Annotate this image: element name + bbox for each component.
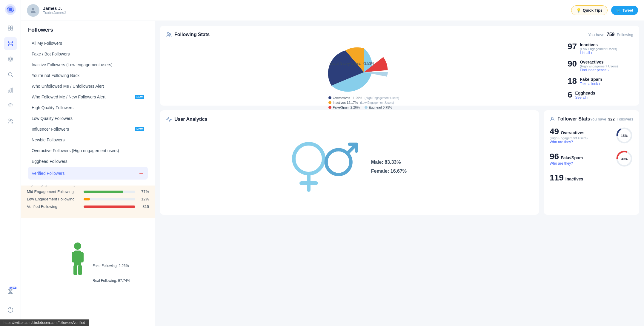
menu-item-influencer[interactable]: Influencer Followers NEW bbox=[28, 124, 148, 135]
sidebar-item-dashboard[interactable] bbox=[4, 21, 17, 35]
menu-item-egghead[interactable]: Egghead Followers bbox=[28, 156, 148, 167]
followers-menu-title: Followers bbox=[28, 27, 148, 33]
status-bar: https://twitter.com/circleboom.com/follo… bbox=[0, 319, 89, 326]
social-savvy-label: Social Savvy Users: 73.53% bbox=[329, 61, 374, 66]
follower-count-label: You have 322 Followers bbox=[590, 117, 633, 121]
sidebar-item-target[interactable] bbox=[4, 52, 17, 66]
svg-line-15 bbox=[11, 44, 12, 45]
user-analytics-title: User Analytics bbox=[166, 116, 208, 122]
tweet-button[interactable]: 🐦 Tweet bbox=[611, 6, 638, 15]
svg-rect-4 bbox=[10, 26, 13, 28]
sidebar-item-users[interactable] bbox=[4, 115, 17, 128]
header-user-info: James J. TraderJamesJ bbox=[43, 6, 66, 15]
engagement-row-verified: Verified Following 315 bbox=[27, 204, 149, 209]
svg-line-13 bbox=[11, 42, 12, 43]
svg-point-36 bbox=[170, 33, 171, 35]
svg-rect-6 bbox=[10, 28, 13, 30]
male-icon bbox=[323, 138, 359, 197]
following-stats-layout: Overactives 11.29% (High Engagement User… bbox=[166, 42, 633, 100]
sidebar-item-x[interactable]: 𝕏 NEW bbox=[4, 285, 17, 299]
engagement-row-low: Low Engagement Following 12% bbox=[27, 197, 149, 201]
female-label: Female: 16.67% bbox=[371, 169, 407, 174]
tweet-label: Tweet bbox=[623, 8, 633, 13]
followers-menu: Followers All My Followers Fake / Bot Fo… bbox=[21, 21, 155, 186]
following-count-label: You have 759 Following bbox=[588, 32, 633, 37]
take-a-look-link[interactable]: Take a look › bbox=[580, 82, 602, 86]
menu-item-newbie[interactable]: Newbie Followers bbox=[28, 135, 148, 145]
svg-point-25 bbox=[11, 120, 12, 121]
overactives-circle-chart: 15% bbox=[615, 126, 633, 144]
svg-point-35 bbox=[167, 33, 169, 35]
menu-item-who-unfollowed[interactable]: Who Unfollowed Me / Unfollowers Alert bbox=[28, 81, 148, 92]
svg-point-9 bbox=[12, 41, 13, 42]
followers-menu-panel: uality content/followers. bbox=[21, 21, 155, 326]
svg-text:15%: 15% bbox=[621, 134, 628, 137]
sidebar-item-delete[interactable] bbox=[4, 99, 17, 112]
sidebar-item-power[interactable] bbox=[4, 303, 17, 316]
menu-item-not-following-back[interactable]: You're not Following Back bbox=[28, 70, 148, 81]
person-figure bbox=[69, 242, 87, 278]
following-stats-icon bbox=[166, 32, 172, 38]
gender-icons bbox=[292, 138, 359, 198]
svg-rect-5 bbox=[8, 28, 10, 30]
new-tag-influencer: NEW bbox=[135, 127, 144, 131]
svg-rect-21 bbox=[8, 90, 9, 92]
find-inner-peace-link[interactable]: Find inner peace › bbox=[580, 68, 618, 72]
following-stats-header: Following Stats You have 759 Following bbox=[166, 32, 633, 38]
body-layout: uality content/followers. bbox=[21, 21, 644, 326]
bulb-icon: 💡 bbox=[576, 8, 581, 13]
svg-point-8 bbox=[8, 41, 9, 42]
sidebar-item-network[interactable] bbox=[4, 37, 17, 50]
svg-point-10 bbox=[8, 44, 9, 45]
overactives-link[interactable]: Who are they? bbox=[550, 140, 612, 144]
avatar bbox=[27, 4, 39, 17]
fake-following-overlay: Fake Following: 2.26% bbox=[93, 264, 129, 268]
sidebar-item-search[interactable] bbox=[4, 68, 17, 81]
list-all-link[interactable]: List all › bbox=[580, 51, 617, 55]
real-following-overlay: Real Following: 97.74% bbox=[93, 279, 130, 283]
analytics-icon bbox=[166, 116, 172, 122]
menu-item-low-quality[interactable]: Low Quality Followers bbox=[28, 113, 148, 124]
follower-stat-fakespam: 96 Fake/Spam Who are they? 30% bbox=[550, 150, 633, 168]
menu-item-inactive[interactable]: Inactive Followers (Low engagement users… bbox=[28, 59, 148, 70]
follower-stat-overactives: 49 Overactives (High Engagement Users) W… bbox=[550, 126, 633, 144]
svg-line-20 bbox=[11, 76, 13, 77]
svg-point-18 bbox=[10, 59, 11, 60]
male-label: Male: 83.33% bbox=[371, 160, 407, 165]
menu-item-all-followers[interactable]: All My Followers bbox=[28, 38, 148, 49]
arrow-indicator: ← bbox=[138, 170, 144, 177]
fakespam-link[interactable]: Who are they? bbox=[550, 161, 612, 166]
quick-tips-button[interactable]: 💡 Quick Tips bbox=[571, 5, 608, 15]
menu-item-overactive[interactable]: Overactive Followers (High engagement us… bbox=[28, 145, 148, 156]
menu-item-verified[interactable]: Verified Followers ← bbox=[28, 167, 148, 180]
svg-rect-23 bbox=[12, 88, 13, 92]
following-stats-title: Following Stats bbox=[166, 32, 210, 38]
fakespam-circle-chart: 30% bbox=[615, 150, 633, 168]
see-all-link[interactable]: See all › bbox=[575, 95, 595, 100]
svg-rect-3 bbox=[8, 26, 10, 28]
engagement-mid-label: Mid Engagement Following bbox=[27, 189, 81, 194]
twitter-icon: 🐦 bbox=[616, 8, 621, 13]
menu-item-who-followed[interactable]: Who Followed Me / New Followers Alert NE… bbox=[28, 92, 148, 102]
right-panel: Following Stats You have 759 Following bbox=[155, 21, 644, 326]
svg-text:30%: 30% bbox=[621, 157, 628, 161]
pie-chart-area: Overactives 11.29% (High Engagement User… bbox=[166, 42, 562, 100]
app-logo bbox=[4, 4, 16, 16]
sidebar-item-analytics[interactable] bbox=[4, 84, 17, 97]
menu-item-high-quality[interactable]: High Quality Followers bbox=[28, 102, 148, 113]
svg-rect-22 bbox=[10, 89, 11, 92]
stat-inactives: 97 Inactives (Low Engagement Users) List… bbox=[568, 42, 633, 55]
follower-stat-inactives: 119 Inactives bbox=[550, 173, 633, 183]
main-content: James J. TraderJamesJ 💡 Quick Tips 🐦 Twe… bbox=[21, 0, 644, 326]
stats-numbers: 97 Inactives (Low Engagement Users) List… bbox=[568, 42, 633, 100]
gender-visual: Male: 83.33% Female: 16.67% bbox=[166, 127, 533, 209]
user-handle: TraderJamesJ bbox=[43, 11, 66, 15]
stat-eggheads: 6 Eggheads See all › bbox=[568, 91, 633, 100]
menu-item-fake-bot[interactable]: Fake / Bot Followers bbox=[28, 49, 148, 59]
svg-rect-32 bbox=[79, 252, 84, 262]
engagement-verified-label: Verified Following bbox=[27, 204, 81, 209]
pie-chart bbox=[325, 42, 403, 102]
following-stats-panel: Following Stats You have 759 Following bbox=[160, 26, 639, 106]
header: James J. TraderJamesJ 💡 Quick Tips 🐦 Twe… bbox=[21, 0, 644, 21]
bottom-panels: User Analytics bbox=[160, 110, 639, 215]
